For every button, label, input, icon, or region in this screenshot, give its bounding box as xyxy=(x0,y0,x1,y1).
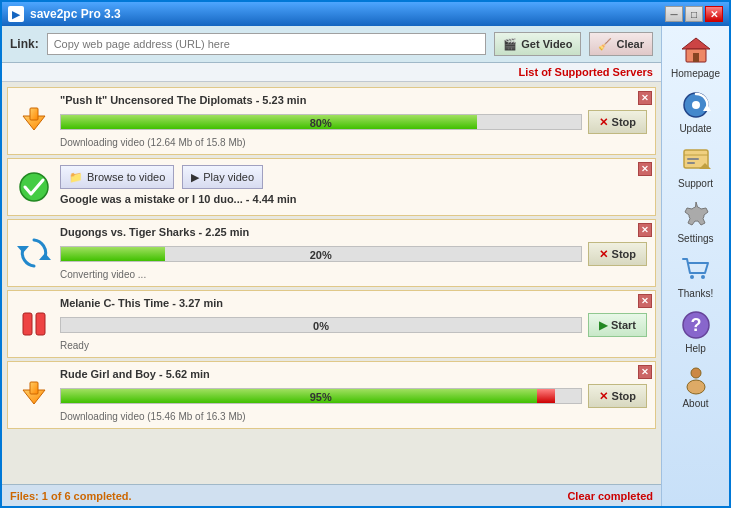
close-item-4[interactable]: ✕ xyxy=(638,294,652,308)
browse-to-video-button[interactable]: 📁 Browse to video xyxy=(60,165,174,189)
sidebar-settings-label: Settings xyxy=(677,233,713,244)
help-icon: ? xyxy=(680,309,712,341)
sidebar-item-settings[interactable]: Settings xyxy=(664,195,728,248)
item-3-title: Dugongs vs. Tiger Sharks - 2.25 min xyxy=(60,226,647,238)
item-5-status: Downloading video (15.46 Mb of 16.3 Mb) xyxy=(60,411,647,422)
support-icon xyxy=(680,144,712,176)
get-video-label: Get Video xyxy=(521,38,572,50)
svg-rect-1 xyxy=(30,108,38,120)
supported-servers-link[interactable]: List of Supported Servers xyxy=(519,66,653,78)
browse-label: Browse to video xyxy=(87,171,165,183)
url-input[interactable] xyxy=(47,33,487,55)
settings-icon xyxy=(680,199,712,231)
status-text: Files: 1 of 6 completed. xyxy=(10,490,567,502)
svg-point-14 xyxy=(692,101,700,109)
item-1-icon xyxy=(16,103,52,139)
item-3-content: Dugongs vs. Tiger Sharks - 2.25 min 20% … xyxy=(60,226,647,280)
sidebar: Homepage Update xyxy=(661,26,729,506)
item-4-status: Ready xyxy=(60,340,647,351)
item-4-progress-bar: 0% xyxy=(60,317,582,333)
svg-marker-4 xyxy=(17,246,29,253)
downloads-list: ✕ xyxy=(2,82,661,484)
close-item-2[interactable]: ✕ xyxy=(638,162,652,176)
sidebar-update-label: Update xyxy=(679,123,711,134)
close-item-3[interactable]: ✕ xyxy=(638,223,652,237)
item-1-stop-button[interactable]: ✕ Stop xyxy=(588,110,647,134)
item-3-progress-text: 20% xyxy=(61,247,581,263)
svg-rect-8 xyxy=(30,382,38,394)
sidebar-item-about[interactable]: About xyxy=(664,360,728,413)
link-label: Link: xyxy=(10,37,39,51)
sidebar-item-thanks[interactable]: Thanks! xyxy=(664,250,728,303)
sidebar-homepage-label: Homepage xyxy=(671,68,720,79)
app-icon: ▶ xyxy=(8,6,24,22)
item-2-content: 📁 Browse to video ▶ Play video Google wa… xyxy=(60,165,647,209)
item-4-title: Melanie C- This Time - 3.27 min xyxy=(60,297,647,309)
item-3-stop-button[interactable]: ✕ Stop xyxy=(588,242,647,266)
item-1-progress-bar: 80% xyxy=(60,114,582,130)
svg-rect-18 xyxy=(687,162,695,164)
item-1-content: "Push It" Uncensored The Diplomats - 5.2… xyxy=(60,94,647,148)
item-5-content: Rude Girl and Boy - 5.62 min 95% ✕ Stop xyxy=(60,368,647,422)
home-icon xyxy=(680,34,712,66)
title-bar: ▶ save2pc Pro 3.3 ─ □ ✕ xyxy=(2,2,729,26)
svg-rect-6 xyxy=(36,313,45,335)
stop-icon-5: ✕ xyxy=(599,390,608,403)
download-item-4: ✕ Melanie C- This Time - 3.27 min xyxy=(7,290,656,358)
get-video-button[interactable]: 🎬 Get Video xyxy=(494,32,581,56)
item-5-title: Rude Girl and Boy - 5.62 min xyxy=(60,368,647,380)
svg-text:?: ? xyxy=(690,315,701,335)
item-5-stop-button[interactable]: ✕ Stop xyxy=(588,384,647,408)
item-4-start-button[interactable]: ▶ Start xyxy=(588,313,647,337)
item-4-progress-text: 0% xyxy=(61,318,581,334)
item-4-content: Melanie C- This Time - 3.27 min 0% ▶ Sta… xyxy=(60,297,647,351)
sidebar-support-label: Support xyxy=(678,178,713,189)
clear-completed-link[interactable]: Clear completed xyxy=(567,490,653,502)
sidebar-thanks-label: Thanks! xyxy=(678,288,714,299)
svg-point-21 xyxy=(690,275,694,279)
item-1-status: Downloading video (12.64 Mb of 15.8 Mb) xyxy=(60,137,647,148)
item-5-progress-text: 95% xyxy=(61,389,581,405)
maximize-button[interactable]: □ xyxy=(685,6,703,22)
item-4-icon xyxy=(16,306,52,342)
item-5-progress-bar: 95% xyxy=(60,388,582,404)
close-item-5[interactable]: ✕ xyxy=(638,365,652,379)
play-video-button[interactable]: ▶ Play video xyxy=(182,165,263,189)
download-item-5: ✕ Rude Girl and Boy - 5.62 min xyxy=(7,361,656,429)
svg-marker-3 xyxy=(39,253,51,260)
close-item-1[interactable]: ✕ xyxy=(638,91,652,105)
item-3-icon xyxy=(16,235,52,271)
sidebar-item-homepage[interactable]: Homepage xyxy=(664,30,728,83)
status-bar: Files: 1 of 6 completed. Clear completed xyxy=(2,484,661,506)
get-video-icon: 🎬 xyxy=(503,38,517,51)
svg-marker-9 xyxy=(682,38,710,49)
item-1-progress-text: 80% xyxy=(61,115,581,131)
clear-label: Clear xyxy=(616,38,644,50)
close-button[interactable]: ✕ xyxy=(705,6,723,22)
sidebar-about-label: About xyxy=(682,398,708,409)
minimize-button[interactable]: ─ xyxy=(665,6,683,22)
sidebar-item-update[interactable]: Update xyxy=(664,85,728,138)
svg-rect-5 xyxy=(23,313,32,335)
item-3-progress-bar: 20% xyxy=(60,246,582,262)
download-item-3: ✕ xyxy=(7,219,656,287)
play-label: Play video xyxy=(203,171,254,183)
stop-icon-3: ✕ xyxy=(599,248,608,261)
stop-icon-1: ✕ xyxy=(599,116,608,129)
item-3-status: Converting video ... xyxy=(60,269,647,280)
sidebar-help-label: Help xyxy=(685,343,706,354)
browse-play-area: 📁 Browse to video ▶ Play video xyxy=(60,165,647,189)
main-window: ▶ save2pc Pro 3.3 ─ □ ✕ Link: 🎬 Get Vide… xyxy=(0,0,731,508)
download-item-1: ✕ xyxy=(7,87,656,155)
sidebar-item-help[interactable]: ? Help xyxy=(664,305,728,358)
browse-icon: 📁 xyxy=(69,171,83,184)
window-title: save2pc Pro 3.3 xyxy=(30,7,665,21)
sidebar-item-support[interactable]: Support xyxy=(664,140,728,193)
svg-rect-11 xyxy=(693,53,699,62)
toolbar: Link: 🎬 Get Video 🧹 Clear xyxy=(2,26,661,63)
download-item-2: ✕ 📁 xyxy=(7,158,656,216)
item-2-title: Google was a mistake or I 10 duo... - 4.… xyxy=(60,193,647,205)
clear-button[interactable]: 🧹 Clear xyxy=(589,32,653,56)
item-1-title: "Push It" Uncensored The Diplomats - 5.2… xyxy=(60,94,647,106)
cart-icon xyxy=(680,254,712,286)
